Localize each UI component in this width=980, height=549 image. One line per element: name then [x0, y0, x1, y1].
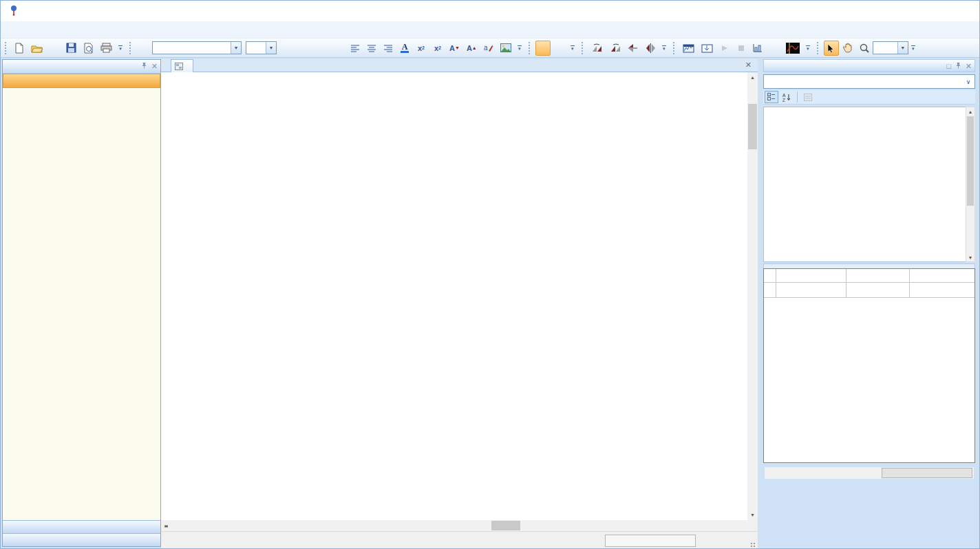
row-selector-header: [764, 269, 776, 282]
canvas-horizontal-scrollbar[interactable]: ◄ ►: [161, 520, 747, 531]
app-icon: [9, 5, 19, 18]
column-name[interactable]: [846, 269, 910, 282]
zoom-level-select[interactable]: ▼: [873, 41, 908, 54]
toolbar-overflow-icon[interactable]: ▾: [569, 41, 576, 55]
align-right-icon[interactable]: [381, 41, 396, 56]
title-bar: [1, 1, 980, 21]
toolbar-overflow-icon[interactable]: ▾: [516, 41, 523, 55]
model-parameters-table: [763, 268, 975, 463]
flip-horizontal-icon[interactable]: [643, 41, 659, 56]
font-family-select[interactable]: ▼: [152, 41, 242, 54]
rename-icon[interactable]: a: [481, 41, 496, 56]
control-blocks-grid: [3, 88, 160, 520]
app-window: { "window": { "title": "UDM Graphic Logi…: [0, 0, 980, 549]
hscroll-thumb[interactable]: [882, 468, 972, 478]
print-preview-icon[interactable]: [81, 41, 96, 56]
strikethrough-button[interactable]: [331, 41, 346, 56]
subscript-icon[interactable]: x2: [414, 41, 429, 56]
plot-theme-icon[interactable]: [783, 41, 802, 56]
toolbar-overflow-icon[interactable]: ▾: [805, 41, 811, 55]
pan-tool-icon[interactable]: [840, 41, 855, 56]
new-file-icon[interactable]: [12, 41, 27, 56]
scroll-up-icon[interactable]: ▲: [966, 107, 974, 116]
model-parameters-scrollbar[interactable]: [765, 467, 974, 479]
canvas-status-bar: [161, 531, 758, 549]
chevron-down-icon[interactable]: ▼: [266, 42, 276, 54]
align-center-icon[interactable]: [364, 41, 379, 56]
close-tab-icon[interactable]: ✕: [745, 61, 752, 69]
toolbar-overflow-icon[interactable]: ▾: [117, 41, 124, 55]
open-file-icon[interactable]: [28, 41, 45, 56]
vscroll-thumb[interactable]: [748, 104, 757, 149]
close-button[interactable]: [949, 1, 980, 21]
property-grid: [763, 107, 966, 262]
input-section-bar[interactable]: [3, 520, 160, 533]
minimize-button[interactable]: [886, 1, 917, 21]
table-header-row: [764, 269, 974, 283]
chevron-down-icon[interactable]: ▼: [231, 42, 241, 54]
pin-icon[interactable]: [141, 62, 147, 70]
zoom-tool-icon[interactable]: [857, 41, 872, 56]
scroll-right-icon[interactable]: ►: [161, 520, 171, 531]
bold-button[interactable]: [281, 41, 297, 56]
scroll-down-icon[interactable]: ▼: [747, 510, 758, 520]
output-section-bar[interactable]: [3, 533, 160, 546]
insert-image-icon[interactable]: [498, 41, 514, 56]
save-icon[interactable]: [63, 41, 79, 56]
flip-vertical-icon[interactable]: [626, 41, 641, 56]
simulation-mode-button[interactable]: [535, 41, 551, 56]
font-size-select[interactable]: ▼: [246, 41, 277, 54]
stop-icon[interactable]: [734, 41, 749, 56]
font-icon[interactable]: [136, 41, 151, 56]
grow-font-icon[interactable]: A▲: [464, 41, 480, 56]
diagram-canvas[interactable]: [161, 72, 747, 520]
control-blocks-header[interactable]: [3, 74, 160, 88]
chevron-down-icon[interactable]: ∨: [962, 75, 974, 88]
close-icon[interactable]: ✕: [151, 63, 158, 70]
diagram[interactable]: [161, 72, 747, 520]
alphabetical-sort-icon[interactable]: AZ: [780, 91, 793, 103]
rotate-left-icon[interactable]: [588, 41, 606, 56]
run-icon[interactable]: [717, 41, 732, 56]
close-plots-button[interactable]: [767, 41, 782, 56]
scroll-up-icon[interactable]: ▲: [747, 72, 758, 83]
toolbar-overflow-icon[interactable]: ▾: [910, 41, 917, 55]
column-chart-icon[interactable]: [750, 41, 765, 56]
svg-text:Z: Z: [782, 98, 785, 102]
plot-export-icon[interactable]: [699, 41, 716, 56]
table-row[interactable]: [764, 283, 974, 298]
scroll-down-icon[interactable]: ▼: [966, 253, 974, 261]
tab-acdcconv[interactable]: [171, 59, 193, 72]
column-value[interactable]: [910, 269, 974, 282]
property-pages-icon[interactable]: [801, 91, 815, 103]
property-grid-scrollbar[interactable]: ▲ ▼: [966, 107, 975, 262]
print-icon[interactable]: [98, 41, 115, 56]
categorized-view-icon[interactable]: +: [765, 91, 778, 103]
canvas-vertical-scrollbar[interactable]: ▲ ▼: [747, 72, 758, 520]
object-selector[interactable]: ∨: [763, 74, 975, 89]
underline-button[interactable]: [315, 41, 330, 56]
maximize-button[interactable]: [917, 1, 949, 21]
toolbar-grip: [673, 42, 677, 54]
hscroll-thumb[interactable]: [491, 521, 520, 530]
font-color-icon[interactable]: A: [397, 41, 412, 56]
properties-toolbar: + AZ: [763, 90, 975, 105]
shrink-font-icon[interactable]: A▼: [447, 41, 462, 56]
close-icon[interactable]: ✕: [966, 63, 972, 70]
dpet-mode-button[interactable]: [552, 41, 567, 56]
chevron-down-icon[interactable]: ▼: [897, 42, 908, 54]
resize-grip[interactable]: [750, 542, 756, 548]
close-diagram-button[interactable]: [47, 41, 62, 56]
pointer-tool-button[interactable]: [824, 41, 839, 56]
toolbar-overflow-icon[interactable]: ▾: [661, 41, 668, 55]
vscroll-thumb[interactable]: [967, 116, 974, 206]
main-toolbar: ▾ ▼ ▼ A x2 x2 A▼ A▲ a ▾ ▾ ▾ ▾ ▼ ▾: [1, 39, 980, 58]
plot-window-icon[interactable]: [680, 41, 697, 56]
italic-button[interactable]: [298, 41, 313, 56]
rotate-right-icon[interactable]: [607, 41, 624, 56]
float-window-icon[interactable]: □: [946, 63, 951, 70]
column-block[interactable]: [776, 269, 846, 282]
align-left-icon[interactable]: [348, 41, 363, 56]
pin-icon[interactable]: [955, 62, 961, 70]
superscript-icon[interactable]: x2: [430, 41, 445, 56]
